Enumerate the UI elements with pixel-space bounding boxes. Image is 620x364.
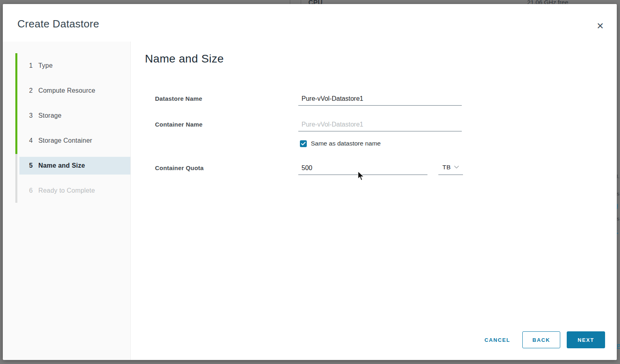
close-icon[interactable]: ✕: [594, 20, 606, 32]
container-quota-label: Container Quota: [155, 164, 298, 175]
step-label: Compute Resource: [38, 87, 95, 94]
wizard-content-panel: Name and Size Datastore Name Container N…: [131, 42, 617, 360]
step-storage[interactable]: 3 Storage: [3, 103, 130, 128]
step-number: 2: [29, 87, 38, 94]
step-number: 4: [29, 137, 38, 144]
page-title: Name and Size: [145, 52, 617, 65]
datastore-name-input[interactable]: [298, 95, 462, 106]
step-storage-container[interactable]: 4 Storage Container: [3, 128, 130, 153]
datastore-name-label: Datastore Name: [155, 95, 298, 106]
step-type[interactable]: 1 Type: [3, 53, 130, 78]
background-table-line: [301, 0, 301, 4]
same-as-datastore-checkbox[interactable]: [300, 140, 307, 147]
container-quota-input[interactable]: [298, 164, 427, 175]
step-number: 5: [29, 162, 38, 169]
container-name-label: Container Name: [155, 121, 298, 131]
step-label: Name and Size: [38, 162, 85, 169]
dialog-footer: CANCEL BACK NEXT: [482, 331, 605, 348]
background-fragment: s: [617, 191, 620, 197]
quota-unit-value: TB: [442, 164, 451, 171]
same-as-datastore-label[interactable]: Same as datastore name: [311, 140, 381, 147]
step-compute-resource[interactable]: 2 Compute Resource: [3, 78, 130, 103]
step-label: Storage Container: [38, 137, 92, 144]
container-name-input[interactable]: [298, 121, 462, 131]
step-number: 3: [29, 112, 38, 119]
step-number: 6: [29, 187, 38, 194]
background-fragment: P: [617, 343, 620, 349]
next-button[interactable]: NEXT: [567, 331, 605, 348]
background-ghz-free-label: 21.06 GHz free: [527, 0, 568, 4]
background-fragment: l.: [617, 173, 620, 179]
step-ready-to-complete: 6 Ready to Complete: [3, 178, 130, 203]
step-name-and-size[interactable]: 5 Name and Size: [3, 153, 130, 178]
dimmed-background-right: l. s l s : P: [617, 0, 620, 364]
background-table-line: [290, 0, 290, 4]
wizard-steps-sidebar: 1 Type 2 Compute Resource 3 Storage: [3, 42, 131, 360]
step-label: Type: [38, 62, 53, 69]
background-fragment: l: [617, 203, 618, 209]
dimmed-background-top: CPU 21.06 GHz free: [0, 0, 620, 4]
back-button[interactable]: BACK: [522, 331, 560, 348]
cancel-button[interactable]: CANCEL: [482, 331, 513, 348]
step-label: Ready to Complete: [38, 187, 95, 194]
checkmark-icon: [301, 142, 306, 146]
dialog-title: Create Datastore: [17, 18, 99, 30]
dialog-header: Create Datastore ✕: [3, 4, 617, 42]
step-number: 1: [29, 62, 38, 69]
background-fragment: s: [617, 216, 620, 222]
background-fragment: :: [617, 228, 618, 234]
create-datastore-dialog: Create Datastore ✕ 1 Type 2 Com: [3, 4, 617, 360]
quota-unit-select[interactable]: TB: [438, 162, 463, 175]
chevron-down-icon: [454, 166, 459, 168]
step-label: Storage: [38, 112, 61, 119]
background-cpu-label: CPU: [308, 0, 323, 4]
